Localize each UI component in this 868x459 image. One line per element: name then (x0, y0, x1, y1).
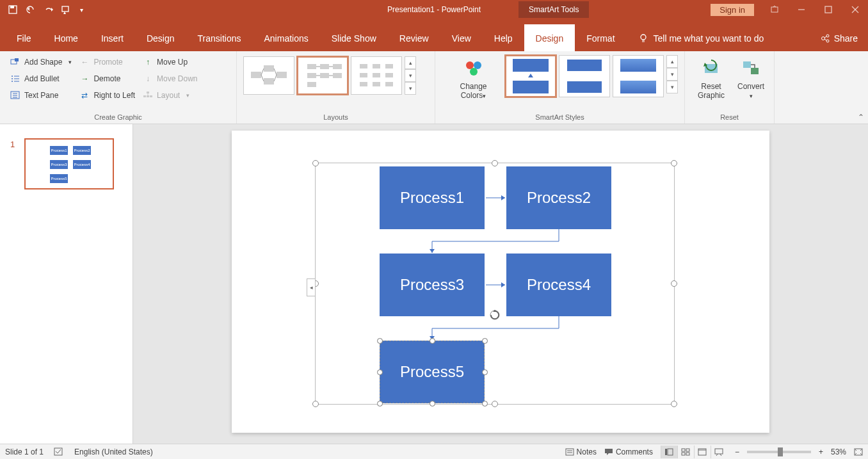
maximize-button[interactable] (816, 1, 841, 18)
tab-help[interactable]: Help (483, 24, 524, 51)
tab-transitions[interactable]: Transitions (186, 24, 253, 51)
notes-button[interactable]: Notes (565, 447, 597, 456)
ribbon: Add Shape▾ Add Bullet Text Pane ←Promote… (0, 51, 868, 124)
process-box-1[interactable]: Process1 (380, 166, 485, 229)
add-bullet-button[interactable]: Add Bullet (10, 72, 72, 86)
change-colors-icon (463, 58, 484, 78)
group-label-create-graphic: Create Graphic (6, 112, 230, 124)
svg-rect-39 (333, 64, 342, 69)
slide-sorter-button[interactable] (677, 446, 694, 458)
reset-graphic-button[interactable]: Reset Graphic (691, 54, 731, 112)
collapse-ribbon-button[interactable]: ⌃ (858, 113, 864, 122)
tab-animations[interactable]: Animations (252, 24, 319, 51)
layout-option-3[interactable] (351, 56, 402, 95)
zoom-out-button[interactable]: − (735, 447, 739, 456)
styles-scroll-down[interactable]: ▾ (666, 68, 678, 81)
tab-format[interactable]: Format (575, 24, 626, 51)
layouts-scroll-down[interactable]: ▾ (405, 69, 416, 82)
title-text: Presentation1 - PowerPoint (387, 5, 481, 14)
tell-me[interactable]: Tell me what you want to do (627, 24, 776, 51)
ribbon-tabs: File Home Insert Design Transitions Anim… (0, 19, 868, 51)
undo-button[interactable] (23, 2, 38, 17)
slide-thumbnail-1[interactable]: Process1 Process2 Process3 Process4 Proc… (24, 138, 114, 189)
process-box-2[interactable]: Process2 (506, 166, 611, 229)
zoom-level[interactable]: 53% (831, 447, 846, 456)
comments-button[interactable]: Comments (604, 447, 653, 456)
tab-view[interactable]: View (440, 24, 483, 51)
text-pane-toggle[interactable]: ◂ (307, 278, 316, 296)
normal-view-button[interactable] (661, 446, 677, 458)
group-label-reset: Reset (691, 112, 768, 124)
process-box-4[interactable]: Process4 (506, 254, 611, 316)
fit-to-window-button[interactable] (854, 448, 863, 456)
styles-more-button[interactable]: ▾ (666, 81, 678, 93)
group-reset: Reset Graphic Convert▾ Reset (685, 51, 775, 124)
svg-rect-2 (62, 6, 68, 12)
rotation-handle[interactable] (489, 309, 501, 321)
process-box-3[interactable]: Process3 (380, 254, 485, 316)
style-option-2[interactable] (559, 55, 610, 97)
redo-button[interactable] (41, 2, 56, 17)
svg-line-14 (824, 36, 826, 38)
zoom-slider[interactable] (747, 451, 811, 453)
slide-canvas[interactable]: ◂ Process1 Process2 Process3 Process4 Pr… (232, 131, 769, 433)
svg-rect-1 (10, 6, 14, 8)
slide-indicator[interactable]: Slide 1 of 1 (5, 447, 44, 456)
layout-button[interactable]: Layout▾ (143, 88, 197, 102)
tab-review[interactable]: Review (388, 24, 440, 51)
tab-insert[interactable]: Insert (90, 24, 135, 51)
minimize-button[interactable] (789, 1, 814, 18)
svg-rect-74 (682, 453, 685, 455)
svg-point-20 (12, 78, 13, 79)
layout-option-1[interactable] (243, 56, 294, 95)
rtl-button[interactable]: ⇄Right to Left (79, 88, 135, 102)
tab-home[interactable]: Home (43, 24, 90, 51)
svg-rect-3 (771, 7, 778, 12)
language-indicator[interactable]: English (United States) (74, 447, 153, 456)
convert-button[interactable]: Convert▾ (731, 54, 771, 112)
signin-button[interactable]: Sign in (711, 4, 754, 16)
save-button[interactable] (5, 2, 20, 17)
style-option-3[interactable] (613, 55, 664, 97)
style-option-1[interactable] (505, 55, 556, 97)
move-up-button[interactable]: ↑Move Up (143, 55, 197, 69)
window-controls: Sign in (711, 1, 868, 18)
spellcheck-icon[interactable] (54, 447, 64, 456)
svg-rect-42 (333, 73, 342, 78)
svg-rect-55 (373, 82, 380, 86)
share-button[interactable]: Share (820, 33, 858, 51)
svg-rect-72 (682, 449, 685, 451)
slideshow-view-button[interactable] (711, 446, 727, 458)
move-down-button[interactable]: ↓Move Down (143, 72, 197, 86)
svg-point-59 (470, 68, 478, 76)
layouts-more-button[interactable]: ▾ (405, 82, 416, 95)
qat-customize-button[interactable]: ▾ (77, 2, 86, 17)
tab-slideshow[interactable]: Slide Show (320, 24, 388, 51)
promote-button[interactable]: ←Promote (79, 55, 135, 69)
smartart-selection-frame[interactable]: ◂ Process1 Process2 Process3 Process4 Pr… (315, 163, 675, 405)
demote-button[interactable]: →Demote (79, 72, 135, 86)
add-shape-button[interactable]: Add Shape▾ (10, 55, 72, 69)
text-pane-button[interactable]: Text Pane (10, 88, 72, 102)
zoom-in-button[interactable]: + (819, 447, 823, 456)
reading-view-button[interactable] (694, 446, 711, 458)
svg-rect-48 (360, 64, 367, 68)
svg-rect-34 (264, 65, 274, 72)
process-box-5[interactable]: Process5 (380, 341, 485, 403)
convert-icon (741, 58, 761, 78)
change-colors-button[interactable]: Change Colors▾ (442, 54, 505, 112)
start-from-beginning-button[interactable] (59, 2, 74, 17)
styles-scroll-up[interactable]: ▴ (666, 55, 678, 68)
ribbon-options-button[interactable] (762, 1, 787, 18)
svg-rect-35 (264, 78, 274, 85)
tab-design[interactable]: Design (135, 24, 186, 51)
rtl-icon: ⇄ (79, 90, 90, 101)
layouts-scroll-up[interactable]: ▴ (405, 56, 416, 69)
tab-smartart-design[interactable]: Design (524, 24, 575, 51)
close-button[interactable] (842, 1, 868, 18)
tab-file[interactable]: File (5, 24, 43, 51)
layout-option-2[interactable] (297, 56, 348, 95)
svg-rect-54 (360, 82, 367, 86)
svg-point-12 (826, 35, 829, 37)
status-bar: Slide 1 of 1 English (United States) Not… (0, 444, 868, 459)
